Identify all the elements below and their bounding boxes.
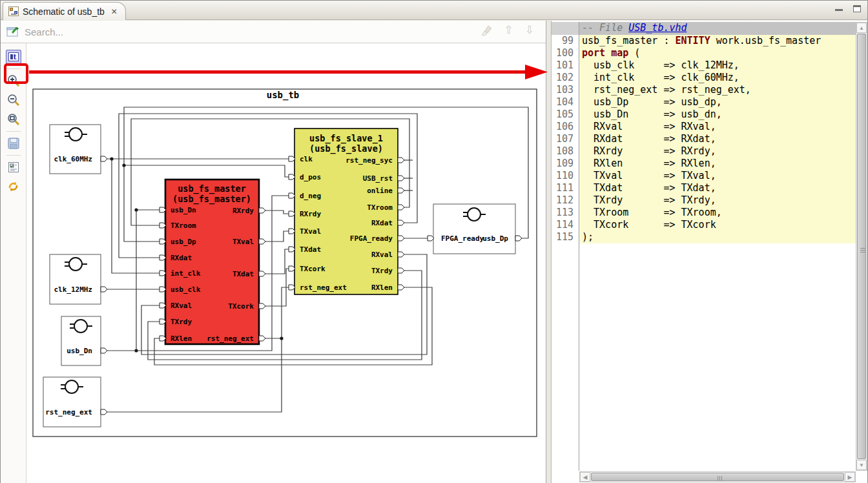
scroll-down-button[interactable]: ▼ — [856, 460, 867, 470]
master-port: rst_neg_ext — [207, 334, 254, 343]
schematic-side-toolbar: t — [1, 43, 26, 483]
code-line: 112 TXrdy => TXrdy, — [552, 194, 856, 207]
block-fpga-ready[interactable]: FPGA_ready usb_Dp — [428, 204, 522, 254]
open-in-editor-icon: t — [8, 52, 19, 61]
scroll-left-button[interactable]: ◀ — [580, 472, 590, 482]
master-title: usb_fs_master — [178, 183, 246, 194]
file-comment: -- File — [582, 22, 628, 34]
code-empty-area — [552, 243, 856, 471]
code-line: 108 RXrdy => RXrdy, — [552, 145, 856, 158]
source-block-rst-neg-ext[interactable]: rst_neg_ext — [43, 377, 101, 427]
toolbar-separator — [6, 68, 21, 69]
master-port: RXlen — [170, 334, 192, 343]
slave-port: TXcork — [300, 265, 326, 273]
file-link[interactable]: USB_tb.vhd — [628, 22, 687, 34]
refresh-button[interactable] — [5, 179, 22, 194]
master-port: RXval — [170, 302, 192, 310]
slave-port: RXlen — [371, 283, 393, 292]
code-line: 109 RXlen => RXlen, — [552, 158, 856, 170]
code-file-header: -- File USB_tb.vhd — [552, 22, 856, 35]
settings-checklist-icon — [8, 161, 19, 173]
code-line: 102 int_clk => clk_60MHz, — [552, 72, 856, 84]
master-subtitle: (usb_fs_master) — [172, 194, 251, 205]
pin-editor-icon[interactable] — [6, 25, 21, 38]
slave-port: d_neg — [300, 192, 321, 200]
usb-tb-label: usb_tb — [267, 90, 300, 101]
slave-port: d_pos — [300, 173, 321, 181]
source-block-usb-dn[interactable]: usb_Dn — [61, 316, 101, 365]
schematic-tab-icon — [8, 6, 19, 16]
vertical-scroll-thumb[interactable] — [857, 34, 866, 459]
panel-splitter[interactable] — [546, 21, 552, 483]
code-line: 99usb_fs_master : ENTITY work.usb_fs_mas… — [552, 35, 856, 47]
master-port: TXdat — [232, 270, 254, 278]
next-arrow-icon: ⇩ — [525, 23, 534, 37]
master-port: RXdat — [170, 254, 192, 262]
code-line: 100port map ( — [552, 47, 856, 59]
horizontal-scroll-thumb[interactable] — [591, 473, 844, 481]
block-usb-fs-slave[interactable]: usb_fs_slave_1 (usb_fs_slave) clk d_pos … — [289, 128, 404, 294]
source-block-clk-60mhz[interactable]: clk_60MHz — [50, 125, 101, 174]
code-line: 114 TXcork => TXcork — [552, 219, 856, 231]
slave-port: rst_neg_ext — [300, 283, 347, 292]
slave-port: clk — [300, 155, 313, 163]
scroll-right-button[interactable]: ▶ — [845, 472, 855, 482]
slave-port: rst_neg_syc — [346, 156, 393, 165]
zoom-fit-button[interactable] — [5, 112, 22, 127]
block-usb-fs-master[interactable]: usb_fs_master (usb_fs_master) usb_Dn TXr… — [160, 180, 265, 344]
schematic-search-bar: ⇧ ⇩ — [1, 21, 546, 43]
schematic-canvas[interactable]: usb_tb — [27, 44, 546, 483]
code-line: 103 rst_neg_ext => rst_neg_ext, — [552, 84, 856, 96]
toolbar-separator — [6, 131, 21, 132]
source-label: usb_Dn — [67, 347, 92, 355]
source-block-clk-12mhz[interactable]: clk_12MHz — [50, 254, 101, 304]
master-port: int_clk — [170, 269, 201, 278]
master-port: TXroom — [170, 221, 196, 230]
slave-subtitle: (usb_fs_slave) — [309, 143, 383, 154]
zoom-out-icon — [7, 94, 20, 107]
code-line: 111 TXdat => TXdat, — [552, 182, 856, 194]
slave-port: FPGA_ready — [350, 234, 393, 243]
horizontal-scrollbar[interactable]: ◀ ▶ — [579, 471, 856, 482]
slave-port: online — [367, 187, 393, 195]
tab-title: Schematic of usb_tb — [23, 6, 105, 17]
code-line: 110 TXval => TXval, — [552, 170, 856, 182]
open-in-editor-button[interactable]: t — [5, 49, 22, 65]
slave-port: TXval — [300, 227, 321, 236]
vertical-scrollbar[interactable]: ▲ ▼ — [856, 22, 867, 471]
maximize-icon[interactable] — [853, 5, 861, 12]
code-line: 113 TXroom => TXroom, — [552, 207, 856, 219]
zoom-out-button[interactable] — [5, 92, 22, 108]
code-line: 105 usb_Dn => usb_dn, — [552, 108, 856, 121]
code-line: 106 RXval => RXval, — [552, 121, 856, 133]
minimize-icon[interactable] — [835, 5, 843, 11]
code-line: 107 RXdat => RXdat, — [552, 133, 856, 145]
source-port-arrows — [101, 156, 107, 415]
fpga-port: FPGA_ready — [441, 234, 484, 243]
settings-button[interactable] — [5, 159, 22, 175]
tab-bar: Schematic of usb_tb ✕ — [1, 1, 867, 20]
code-scroll-area[interactable]: -- File USB_tb.vhd 99usb_fs_master : ENT… — [552, 22, 856, 471]
source-label: clk_60MHz — [54, 155, 92, 163]
tab-schematic[interactable]: Schematic of usb_tb ✕ — [3, 2, 126, 20]
slave-port: RXdat — [371, 219, 393, 227]
code-preview-panel[interactable]: -- File USB_tb.vhd 99usb_fs_master : ENT… — [552, 21, 867, 483]
master-port: TXcork — [228, 302, 254, 311]
code-line: 101 usb_clk => clk_12MHz, — [552, 59, 856, 72]
master-port: usb_Dp — [170, 238, 196, 246]
tab-close-icon[interactable]: ✕ — [111, 7, 118, 16]
search-input[interactable] — [25, 26, 438, 37]
schematic-panel: ⇧ ⇩ t — [1, 21, 546, 483]
slave-port: TXroom — [367, 203, 393, 212]
scroll-up-button[interactable]: ▲ — [856, 23, 867, 33]
clear-highlight-brush-icon — [481, 25, 493, 36]
zoom-in-button[interactable] — [5, 73, 22, 88]
app-window: Schematic of usb_tb ✕ — [0, 0, 868, 483]
slave-port: TXrdy — [371, 267, 393, 275]
slave-port: RXrdy — [300, 210, 321, 218]
previous-arrow-icon: ⇧ — [504, 23, 513, 37]
master-port: TXrdy — [170, 318, 192, 326]
master-port: usb_clk — [170, 285, 201, 294]
save-button[interactable] — [5, 136, 22, 151]
master-port: usb_Dn — [170, 206, 196, 214]
